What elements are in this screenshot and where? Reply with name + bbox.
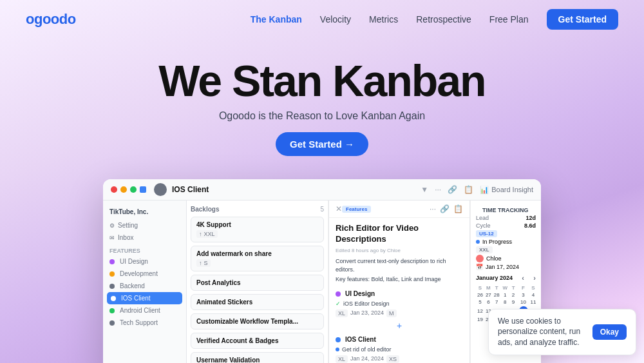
cal-day[interactable]: 3 — [518, 291, 529, 299]
sidebar-item-ui-design[interactable]: UI Design — [103, 255, 186, 268]
app-avatar — [154, 183, 167, 196]
cal-day[interactable]: 26 — [476, 291, 484, 299]
close-traffic-light[interactable] — [111, 186, 117, 193]
maximize-traffic-light[interactable] — [130, 186, 137, 193]
sub-tag-xl: XL — [336, 309, 348, 317]
setting-icon: ⚙ — [109, 222, 115, 229]
cal-day[interactable]: 8 — [501, 299, 509, 306]
nav-cta-button[interactable]: Get Started — [547, 9, 618, 30]
cal-week-1: 26 27 28 1 2 3 4 — [476, 291, 537, 299]
check-icon: ✓ — [336, 300, 341, 307]
cal-dow-t2: T — [509, 284, 518, 291]
sidebar-section-features: Features — [103, 244, 186, 255]
cal-prev-button[interactable]: ‹ — [522, 274, 524, 282]
cal-day[interactable]: 11 — [529, 299, 538, 306]
board-insight-button[interactable]: 📊 Board Insight — [480, 186, 533, 194]
detail-share-icon[interactable]: 🔗 — [440, 204, 450, 213]
nav-link-kanban[interactable]: The Kanban — [251, 14, 302, 25]
sidebar-item-label: Android Client — [120, 307, 160, 314]
cal-dow-f: F — [518, 284, 529, 291]
assignee-row: Chloe — [476, 255, 536, 262]
cal-day[interactable]: 4 — [529, 291, 538, 299]
detail-features-text: Key features: Bold, Italic, Link and Ima… — [329, 276, 469, 288]
lead-label: Lead — [476, 215, 489, 221]
minimize-traffic-light[interactable] — [120, 186, 127, 193]
nav-link-metrics[interactable]: Metrics — [369, 14, 398, 25]
card-title: Verified Account & Badges — [196, 337, 318, 344]
kanban-card-watermark[interactable]: Add watermark on share ↑ S — [191, 246, 324, 271]
priority-icon: ↑ — [199, 260, 202, 266]
more-options-icon[interactable]: ··· — [435, 185, 441, 194]
cal-day[interactable]: 27 — [484, 291, 493, 299]
cal-dow-s1: S — [476, 284, 484, 291]
date-icon: 📅 — [476, 264, 483, 270]
app-preview: IOS Client ▼ ··· 🔗 📋 📊 Board Insight Tik… — [103, 179, 541, 363]
cal-day[interactable]: 28 — [493, 291, 501, 299]
sub-item-label: iOS Editor Design — [343, 300, 390, 307]
sidebar-item-tech-support[interactable]: Tech Support — [103, 317, 186, 329]
hero-cta-button[interactable]: Get Started → — [276, 132, 368, 156]
detail-sub-get-rid[interactable]: Get rid of old editor — [329, 344, 469, 355]
detail-header: ✕ Features ··· 🔗 📋 — [329, 201, 469, 218]
nav-link-free-plan[interactable]: Free Plan — [489, 14, 529, 25]
card-title: Add watermark on share — [196, 250, 318, 257]
sidebar-toggle-traffic[interactable] — [140, 186, 146, 193]
card-tag: ↑ S — [196, 259, 211, 267]
sidebar-item-setting[interactable]: ⚙ Setting — [103, 219, 186, 231]
cal-day[interactable]: 5 — [476, 299, 484, 306]
kanban-card-username[interactable]: Username Validation — [191, 352, 324, 363]
card-tag-text: S — [204, 260, 208, 266]
detail-sub-ios-editor[interactable]: ✓ iOS Editor Design — [329, 299, 469, 309]
kanban-card-animated-stickers[interactable]: Animated Stickers — [191, 294, 324, 310]
cal-day[interactable]: 7 — [493, 299, 501, 306]
cookie-text: We use cookies to personalize content, r… — [498, 316, 585, 348]
status-dot-icon — [336, 348, 339, 351]
cal-day[interactable]: 9 — [509, 299, 518, 306]
sidebar-item-label: Tech Support — [120, 319, 158, 326]
add-item-button[interactable]: + — [329, 318, 469, 333]
assignee-name: Chloe — [486, 255, 502, 262]
kanban-card-4k-support[interactable]: 4K Support ↑ XXL — [191, 217, 324, 242]
cal-next-button[interactable]: › — [533, 274, 536, 282]
sidebar-item-backend[interactable]: Backend — [103, 280, 186, 292]
size-row: XXL — [476, 246, 536, 253]
cal-day[interactable]: 1 — [501, 291, 509, 299]
cal-week-2: 5 6 7 8 9 10 11 — [476, 299, 537, 306]
kanban-card-workflow[interactable]: Customizable Workflow Templa... — [191, 313, 324, 329]
kanban-card-post-analytics[interactable]: Post Analytics — [191, 275, 324, 291]
detail-more-icon[interactable]: ··· — [430, 204, 436, 213]
cal-day[interactable]: 2 — [509, 291, 518, 299]
copy-link-icon[interactable]: 📋 — [464, 185, 473, 194]
cal-dow-m: M — [484, 284, 493, 291]
filter-icon[interactable]: ▼ — [421, 185, 428, 194]
date-label: Jan 17, 2024 — [486, 264, 519, 270]
navbar: ogoodo The Kanban Velocity Metrics Retro… — [0, 0, 644, 39]
sidebar-item-label: Setting — [118, 222, 138, 229]
detail-close-button[interactable]: ✕ — [336, 204, 342, 213]
detail-title: Rich Editor for Video Descriptions — [329, 218, 469, 248]
cal-day[interactable]: 19 — [476, 316, 484, 323]
nav-link-retrospective[interactable]: Retrospective — [416, 14, 471, 25]
cookie-accept-button[interactable]: Okay — [592, 324, 627, 340]
sidebar-item-inbox[interactable]: ✉ Inbox — [103, 231, 186, 244]
sidebar-item-label: Backend — [120, 282, 145, 289]
tracking-lead-row: Lead 12d — [476, 215, 536, 221]
card-title: Animated Stickers — [196, 299, 318, 306]
group2-title-label: IOS Client — [345, 336, 376, 343]
cal-day[interactable]: 12 — [476, 306, 484, 316]
status-label: In Progress — [482, 239, 512, 245]
sidebar-item-development[interactable]: Development — [103, 268, 186, 280]
kanban-card-verified[interactable]: Verified Account & Badges — [191, 333, 324, 349]
cal-day[interactable]: 10 — [518, 299, 529, 306]
card-title: 4K Support — [196, 221, 318, 228]
board-insight-label: Board Insight — [491, 186, 533, 193]
col-title-backlogs: Backlogs — [191, 206, 219, 213]
sidebar-item-android-client[interactable]: Android Client — [103, 304, 186, 317]
logo[interactable]: ogoodo — [26, 11, 76, 28]
share-icon[interactable]: 🔗 — [448, 185, 457, 194]
ticket-badge: US-12 — [476, 230, 497, 237]
detail-copy-icon[interactable]: 📋 — [453, 204, 463, 213]
cal-day[interactable]: 6 — [484, 299, 493, 306]
sidebar-item-ios-client[interactable]: IOS Client — [107, 292, 182, 304]
nav-link-velocity[interactable]: Velocity — [320, 14, 351, 25]
